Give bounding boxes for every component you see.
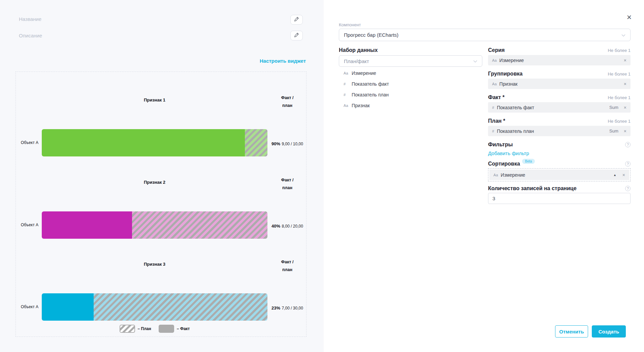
cancel-button[interactable]: Отменить <box>555 325 588 338</box>
remove-icon[interactable]: × <box>622 172 625 178</box>
slot-limit: Не более 1 <box>608 95 631 100</box>
chart-feature-title: Признак 3 <box>42 262 267 267</box>
beta-badge: Beta <box>522 159 535 164</box>
series-chip[interactable]: Аа Измерение × <box>488 55 631 65</box>
component-select[interactable]: Прогресс бар (ECharts) <box>339 29 631 41</box>
fact-bar-segment <box>42 211 132 239</box>
number-type-icon: # <box>492 106 494 110</box>
chart-feature-title: Признак 1 <box>42 97 267 102</box>
remove-icon[interactable]: × <box>624 58 626 63</box>
remove-icon[interactable]: × <box>624 128 626 134</box>
dataset-select-value: План/факт <box>344 58 369 64</box>
number-type-icon: # <box>344 93 352 97</box>
field-item-pokazatel-fakt[interactable]: # Показатель факт <box>339 80 482 88</box>
pencil-icon <box>294 32 299 39</box>
slot-limit: Не более 1 <box>608 71 631 77</box>
text-type-icon: Аа <box>344 71 352 75</box>
filters-label: Фильтры <box>488 142 513 148</box>
chart-legend: – План – Факт <box>42 325 267 333</box>
plan-hatch-swatch <box>120 325 135 333</box>
help-icon[interactable]: ? <box>625 161 631 167</box>
text-type-icon: Аа <box>493 173 498 177</box>
fact-plan-header: Факт / план <box>275 258 300 274</box>
bar-value-label: 23% 7,00 / 30,00 <box>271 305 303 311</box>
page-size-input[interactable] <box>488 193 631 204</box>
help-icon[interactable]: ? <box>625 186 631 191</box>
chart-feature-title: Признак 2 <box>42 180 267 185</box>
close-icon[interactable]: ✕ <box>626 14 633 21</box>
plan-bar-segment <box>245 129 267 156</box>
fact-solid-swatch <box>159 325 174 333</box>
remove-icon[interactable]: × <box>624 81 626 87</box>
remove-icon[interactable]: × <box>624 105 626 110</box>
progress-bar <box>42 211 267 239</box>
sorting-label: Сортировка <box>488 161 520 167</box>
text-type-icon: Аа <box>492 82 497 86</box>
text-type-icon: Аа <box>492 58 497 62</box>
fact-chip[interactable]: # Показатель факт Sum × <box>488 102 631 113</box>
configure-widget-link[interactable]: Настроить виджет <box>260 58 306 64</box>
legend-item-plan: – План <box>120 325 151 333</box>
number-type-icon: # <box>492 129 494 133</box>
fact-plan-header: Факт / план <box>275 176 300 192</box>
widget-preview-chart: Признак 1 Факт / план Объект А 90% 9,00 … <box>15 71 307 337</box>
field-item-izmerenie[interactable]: Аа Измерение <box>339 69 482 77</box>
dataset-heading: Набор данных <box>339 47 482 53</box>
slots-column: Серия Не более 1 Аа Измерение × Группиро… <box>488 47 631 204</box>
progress-bar <box>42 129 267 156</box>
bar-value-label: 90% 9,00 / 10,00 <box>271 141 303 147</box>
widget-name-placeholder[interactable]: Название <box>19 16 41 22</box>
slot-limit: Не более 1 <box>608 48 631 53</box>
slot-label-plan: План * <box>488 118 505 124</box>
component-select-value: Прогресс бар (ECharts) <box>344 32 398 38</box>
chart-category-label: Объект А <box>16 223 38 227</box>
slot-label-fact: Факт * <box>488 94 505 100</box>
slot-limit: Не более 1 <box>608 119 631 124</box>
sort-chip[interactable]: Аа Измерение ▲ × <box>489 170 629 180</box>
plan-bar-segment <box>132 211 267 239</box>
progress-bar <box>42 293 267 321</box>
slot-label-series: Серия <box>488 47 505 53</box>
field-item-priznak[interactable]: Аа Признак <box>339 102 482 109</box>
aggregation-badge[interactable]: Sum <box>609 128 618 134</box>
chart-row: Признак 1 Факт / план Объект А 90% 9,00 … <box>16 92 306 174</box>
dataset-select[interactable]: План/факт <box>339 55 482 67</box>
fact-bar-segment <box>42 129 245 156</box>
chart-category-label: Объект А <box>16 140 38 145</box>
edit-description-button[interactable] <box>290 31 303 40</box>
plan-bar-segment <box>94 293 267 321</box>
widget-settings-panel: ✕ Компонент Прогресс бар (ECharts) Набор… <box>324 0 644 352</box>
aggregation-badge[interactable]: Sum <box>609 105 618 110</box>
plan-chip[interactable]: # Показатель план Sum × <box>488 126 631 136</box>
help-icon[interactable]: ? <box>625 142 631 147</box>
edit-name-button[interactable] <box>290 15 303 25</box>
bar-value-label: 40% 8,00 / 20,00 <box>271 223 303 229</box>
pencil-icon <box>294 17 299 23</box>
chevron-down-icon <box>473 58 477 64</box>
add-filter-link[interactable]: Добавить фильтр <box>488 150 529 156</box>
text-type-icon: Аа <box>344 104 352 108</box>
chevron-down-icon <box>621 32 625 38</box>
page-size-label: Количество записей на странице <box>488 185 577 192</box>
number-type-icon: # <box>344 82 352 86</box>
fact-bar-segment <box>42 293 94 321</box>
chart-row: Признак 2 Факт / план Объект А 40% 8,00 … <box>16 174 306 257</box>
field-item-pokazatel-plan[interactable]: # Показатель план <box>339 91 482 98</box>
slot-label-grouping: Группировка <box>488 71 522 77</box>
widget-description-placeholder[interactable]: Описание <box>19 33 42 38</box>
create-button[interactable]: Создать <box>592 325 626 338</box>
grouping-chip[interactable]: Аа Признак × <box>488 79 631 89</box>
sort-ascending-icon[interactable]: ▲ <box>613 173 616 177</box>
chart-category-label: Объект А <box>16 304 38 309</box>
fact-plan-header: Факт / план <box>275 94 300 110</box>
component-label: Компонент <box>339 22 361 27</box>
widget-editor-left-pane: Название Описание Настроить виджет Призн… <box>0 0 324 352</box>
legend-item-fact: – Факт <box>159 325 190 333</box>
sorting-dropzone: Аа Измерение ▲ × <box>488 168 631 181</box>
dataset-column: Набор данных <box>339 47 482 53</box>
